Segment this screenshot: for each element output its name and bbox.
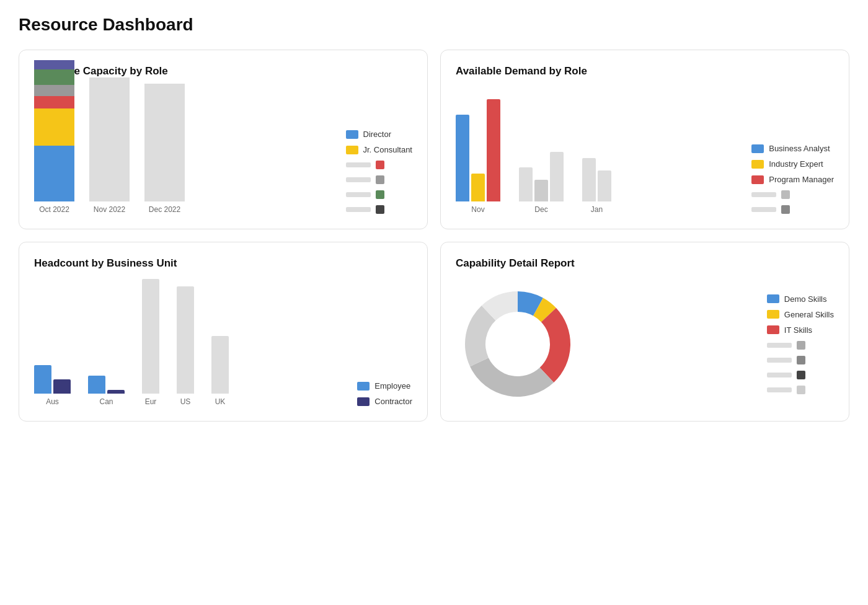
- bar-segment: [34, 96, 74, 108]
- headcount-bar-group: UK: [211, 336, 229, 406]
- legend-swatch: [751, 175, 764, 184]
- headcount-legend: EmployeeContractor: [347, 381, 412, 406]
- legend-swatch: [376, 190, 384, 199]
- demand-title: Available Demand by Role: [456, 65, 834, 77]
- contractor-bar: [53, 379, 71, 394]
- capacity-bars: Oct 2022Nov 2022Dec 2022: [34, 90, 336, 214]
- headcount-bar-group: US: [177, 286, 194, 406]
- legend-label: IT Skills: [784, 325, 812, 335]
- legend-item: Director: [346, 130, 413, 139]
- capacity-title: Available Capacity by Role: [34, 65, 412, 77]
- bar-label: Nov 2022: [94, 205, 125, 214]
- legend-swatch: [781, 205, 790, 214]
- legend-line: [346, 162, 371, 167]
- bar-segment: [34, 60, 74, 69]
- demand-bar: [471, 174, 485, 201]
- bar-segment: [89, 77, 130, 201]
- legend-label: Director: [363, 130, 392, 139]
- legend-label: Business Analyst: [769, 144, 830, 153]
- legend-item: General Skills: [767, 310, 834, 319]
- capacity-legend: DirectorJr. Consultant: [336, 130, 413, 214]
- demand-bar: [487, 99, 500, 201]
- demand-bars: NovDecJan: [456, 90, 742, 214]
- demand-bar-group: Nov: [456, 99, 500, 214]
- legend-label: Industry Expert: [769, 159, 823, 169]
- employee-bar: [34, 365, 51, 394]
- capacity-bar-group: Nov 2022: [89, 77, 130, 214]
- employee-bar: [211, 336, 229, 394]
- legend-swatch: [797, 371, 805, 379]
- legend-swatch: [767, 325, 779, 334]
- legend-item: Jr. Consultant: [346, 145, 413, 154]
- demand-bar: [519, 167, 533, 201]
- legend-swatch: [797, 341, 805, 350]
- bar-label: Aus: [46, 397, 59, 406]
- headcount-bar-group: Eur: [142, 279, 159, 406]
- donut-container: [456, 282, 580, 406]
- donut-segment: [540, 308, 570, 382]
- bar-segment: [34, 69, 74, 85]
- bar-label: Can: [99, 397, 113, 406]
- legend-line: [346, 192, 371, 197]
- legend-swatch: [767, 294, 779, 303]
- headcount-bars: AusCanEurUSUK: [34, 282, 347, 406]
- legend-swatch: [781, 190, 790, 199]
- page-title: Resource Dashboard: [19, 15, 849, 35]
- demand-bar: [550, 152, 564, 201]
- legend-line: [346, 207, 371, 212]
- capacity-bar-group: Oct 2022: [34, 60, 74, 214]
- legend-item: [767, 341, 834, 350]
- demand-bar: [456, 115, 469, 201]
- bar-segment: [144, 84, 185, 201]
- employee-bar: [142, 279, 159, 394]
- demand-legend: Business AnalystIndustry ExpertProgram M…: [742, 144, 834, 214]
- demand-card: Available Demand by Role NovDecJan Busin…: [440, 50, 849, 229]
- legend-label: Contractor: [374, 397, 412, 406]
- demand-bar: [534, 180, 548, 201]
- legend-item: [751, 190, 834, 199]
- bar-segment: [34, 146, 74, 201]
- demand-bar-group: Dec: [519, 152, 564, 214]
- legend-item: [346, 161, 413, 169]
- bar-segment: [34, 108, 74, 146]
- demand-bar: [598, 170, 611, 201]
- donut-segment: [470, 358, 554, 397]
- demand-bar: [582, 158, 596, 201]
- dashboard-grid: Available Capacity by Role Oct 2022Nov 2…: [19, 50, 849, 422]
- legend-item: [767, 386, 834, 394]
- legend-item: Demo Skills: [767, 294, 834, 304]
- legend-label: General Skills: [784, 310, 834, 319]
- legend-item: Industry Expert: [751, 159, 834, 169]
- capacity-card: Available Capacity by Role Oct 2022Nov 2…: [19, 50, 428, 229]
- bar-segment: [34, 85, 74, 96]
- legend-swatch: [376, 205, 384, 214]
- legend-item: Business Analyst: [751, 144, 834, 153]
- bar-label: US: [180, 397, 191, 406]
- legend-line: [767, 373, 792, 378]
- legend-swatch: [376, 175, 384, 184]
- legend-item: Program Manager: [751, 175, 834, 184]
- employee-bar: [177, 286, 194, 394]
- headcount-card: Headcount by Business Unit AusCanEurUSUK…: [19, 242, 428, 422]
- legend-swatch: [797, 356, 805, 364]
- legend-item: IT Skills: [767, 325, 834, 335]
- contractor-bar: [107, 390, 125, 394]
- legend-swatch: [357, 397, 370, 406]
- headcount-title: Headcount by Business Unit: [34, 257, 412, 270]
- legend-label: Employee: [374, 381, 410, 391]
- capability-card: Capability Detail Report Demo SkillsGene…: [440, 242, 849, 422]
- legend-swatch: [767, 310, 779, 319]
- legend-swatch: [376, 161, 384, 169]
- headcount-bar-group: Aus: [34, 365, 71, 406]
- legend-line: [767, 387, 792, 392]
- capability-title: Capability Detail Report: [456, 257, 834, 270]
- legend-swatch: [346, 130, 358, 139]
- demand-bar-group: Jan: [582, 158, 611, 214]
- legend-label: Program Manager: [769, 175, 834, 184]
- bar-label: Jan: [591, 205, 603, 214]
- legend-line: [767, 358, 792, 363]
- legend-item: [767, 356, 834, 364]
- bar-label: Dec 2022: [149, 205, 180, 214]
- legend-swatch: [797, 386, 805, 394]
- bar-label: Oct 2022: [39, 205, 69, 214]
